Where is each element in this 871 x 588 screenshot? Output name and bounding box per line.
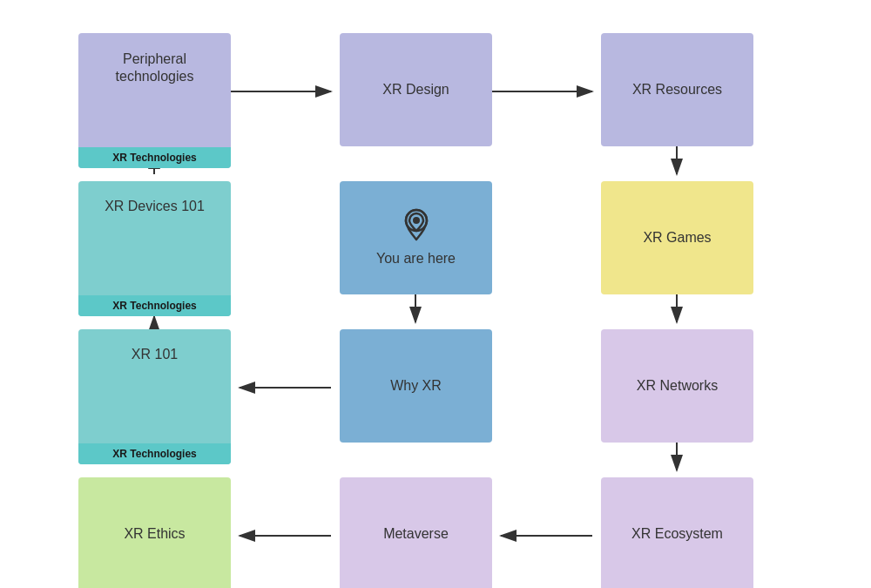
node-peripheral-badge: XR Technologies xyxy=(78,147,231,168)
node-xr-devices-badge: XR Technologies xyxy=(78,295,231,316)
node-peripheral: Peripheral technologies XR Technologies xyxy=(78,33,231,168)
node-xr101-badge: XR Technologies xyxy=(78,443,231,464)
node-xr-games: XR Games xyxy=(601,181,753,294)
node-why-xr: Why XR xyxy=(340,329,492,443)
node-why-xr-label: Why XR xyxy=(390,378,442,394)
node-xr-devices: XR Devices 101 XR Technologies xyxy=(78,181,231,316)
node-xr-design-label: XR Design xyxy=(382,82,449,98)
node-metaverse: Metaverse xyxy=(340,477,492,589)
node-xr-networks: XR Networks xyxy=(601,329,753,443)
node-metaverse-label: Metaverse xyxy=(383,526,449,542)
node-xr-games-label: XR Games xyxy=(643,230,711,246)
node-xr-resources: XR Resources xyxy=(601,33,753,146)
node-xr101-label: XR 101 xyxy=(132,347,178,362)
node-xr-resources-label: XR Resources xyxy=(632,82,722,98)
node-xr-devices-label: XR Devices 101 xyxy=(105,199,205,214)
node-xr-ethics: XR Ethics xyxy=(78,477,231,589)
node-xr-networks-label: XR Networks xyxy=(637,378,718,394)
node-xr101: XR 101 XR Technologies xyxy=(78,329,231,464)
node-xr-design: XR Design xyxy=(340,33,492,146)
svg-point-13 xyxy=(413,217,420,224)
node-you-are-here-label: You are here xyxy=(376,251,456,267)
location-icon xyxy=(402,208,430,247)
diagram: Peripheral technologies XR Technologies … xyxy=(44,16,827,573)
node-xr-ethics-label: XR Ethics xyxy=(124,526,185,542)
node-xr-ecosystem-label: XR Ecosystem xyxy=(631,526,723,542)
node-peripheral-label: Peripheral technologies xyxy=(78,51,231,87)
node-you-are-here: You are here xyxy=(340,181,492,294)
node-xr-ecosystem: XR Ecosystem xyxy=(601,477,753,589)
